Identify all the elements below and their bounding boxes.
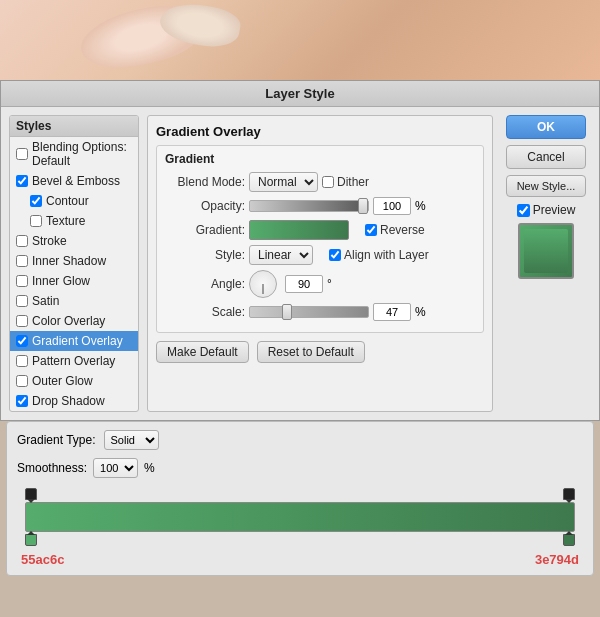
gradient-stop-handle-left-bottom[interactable] [25,534,37,546]
checkbox-texture[interactable] [30,215,42,227]
opacity-label: Opacity: [165,199,245,213]
opacity-row: Opacity: 100 % [165,197,475,215]
make-default-button[interactable]: Make Default [156,341,249,363]
checkbox-bevel[interactable] [16,175,28,187]
checkbox-blending[interactable] [16,148,28,160]
sidebar-item-contour[interactable]: Contour [10,191,138,211]
gradient-editor: Gradient Type: Solid Noise Smoothness: 1… [6,421,594,576]
style-row: Style: Linear Align with Layer [165,245,475,265]
align-layer-checkbox-label[interactable]: Align with Layer [329,248,429,262]
sidebar-item-stroke[interactable]: Stroke [10,231,138,251]
preview-box [518,223,574,279]
gradient-bar[interactable] [25,502,575,532]
sidebar-item-color-overlay[interactable]: Color Overlay [10,311,138,331]
scale-row: Scale: % [165,303,475,321]
sidebar-item-label-bevel: Bevel & Emboss [32,174,120,188]
preview-label-text: Preview [533,203,576,217]
style-select[interactable]: Linear [249,245,313,265]
dither-label: Dither [337,175,369,189]
scale-slider-thumb[interactable] [282,304,292,320]
align-layer-checkbox[interactable] [329,249,341,261]
blend-mode-row: Blend Mode: Normal Dither [165,172,475,192]
checkbox-drop-shadow[interactable] [16,395,28,407]
preview-checkbox[interactable] [517,204,530,217]
angle-label: Angle: [165,277,245,291]
cancel-button[interactable]: Cancel [506,145,586,169]
section-title: Gradient Overlay [156,124,484,139]
gradient-top-stops [25,488,575,500]
styles-list: Blending Options: DefaultBevel & EmbossC… [10,137,138,411]
gradient-type-label: Gradient Type: [17,433,96,447]
checkbox-satin[interactable] [16,295,28,307]
gradient-color-right-label[interactable]: 3e794d [535,552,579,567]
new-style-button[interactable]: New Style... [506,175,586,197]
opacity-input[interactable]: 100 [373,197,411,215]
sidebar-item-pattern-overlay[interactable]: Pattern Overlay [10,351,138,371]
sub-section-title: Gradient [165,152,475,166]
checkbox-pattern-overlay[interactable] [16,355,28,367]
sidebar-item-gradient-overlay[interactable]: Gradient Overlay [10,331,138,351]
sidebar-item-texture[interactable]: Texture [10,211,138,231]
gradient-stop-handle-right-top[interactable] [563,488,575,500]
checkbox-stroke[interactable] [16,235,28,247]
sidebar-item-label-satin: Satin [32,294,59,308]
angle-input[interactable] [285,275,323,293]
reset-to-default-button[interactable]: Reset to Default [257,341,365,363]
cookie-preview-image [0,0,600,80]
reverse-checkbox-label[interactable]: Reverse [365,223,425,237]
checkbox-gradient-overlay[interactable] [16,335,28,347]
sidebar-item-bevel[interactable]: Bevel & Emboss [10,171,138,191]
reverse-label: Reverse [380,223,425,237]
smoothness-unit: % [144,461,155,475]
ok-button[interactable]: OK [506,115,586,139]
dialog-title: Layer Style [1,81,599,107]
smoothness-row: Smoothness: 100 % [17,458,583,478]
right-panel: OK Cancel New Style... Preview [501,115,591,412]
sidebar-item-label-color-overlay: Color Overlay [32,314,105,328]
sidebar-item-label-gradient-overlay: Gradient Overlay [32,334,123,348]
sidebar-item-label-inner-shadow: Inner Shadow [32,254,106,268]
sidebar-item-label-outer-glow: Outer Glow [32,374,93,388]
sidebar-item-inner-glow[interactable]: Inner Glow [10,271,138,291]
checkbox-inner-shadow[interactable] [16,255,28,267]
reverse-checkbox[interactable] [365,224,377,236]
align-layer-label: Align with Layer [344,248,429,262]
blend-mode-select[interactable]: Normal [249,172,318,192]
sidebar-item-inner-shadow[interactable]: Inner Shadow [10,251,138,271]
sidebar-item-drop-shadow[interactable]: Drop Shadow [10,391,138,411]
dither-checkbox-label[interactable]: Dither [322,175,369,189]
scale-slider[interactable] [249,306,369,318]
gradient-row: Gradient: Reverse [165,220,475,240]
sidebar-item-satin[interactable]: Satin [10,291,138,311]
opacity-slider-thumb[interactable] [358,198,368,214]
checkbox-inner-glow[interactable] [16,275,28,287]
center-panel: Gradient Overlay Gradient Blend Mode: No… [147,115,493,412]
sidebar-item-label-contour: Contour [46,194,89,208]
sidebar-item-label-pattern-overlay: Pattern Overlay [32,354,115,368]
preview-inner [524,229,568,273]
opacity-slider[interactable] [249,200,369,212]
sidebar-item-blending[interactable]: Blending Options: Default [10,137,138,171]
checkbox-contour[interactable] [30,195,42,207]
sidebar-item-label-stroke: Stroke [32,234,67,248]
gradient-stop-handle-left-top[interactable] [25,488,37,500]
gradient-swatch[interactable] [249,220,349,240]
gradient-stop-handle-right-bottom[interactable] [563,534,575,546]
sidebar-item-outer-glow[interactable]: Outer Glow [10,371,138,391]
angle-unit: ° [327,277,332,291]
scale-label: Scale: [165,305,245,319]
scale-input[interactable] [373,303,411,321]
sidebar-item-label-texture: Texture [46,214,85,228]
gradient-type-select[interactable]: Solid Noise [104,430,159,450]
checkbox-outer-glow[interactable] [16,375,28,387]
gradient-color-left-label[interactable]: 55ac6c [21,552,64,567]
angle-dial[interactable] [249,270,277,298]
smoothness-select[interactable]: 100 [93,458,138,478]
preview-label-row: Preview [517,203,576,217]
sidebar-item-label-inner-glow: Inner Glow [32,274,90,288]
dither-checkbox[interactable] [322,176,334,188]
checkbox-color-overlay[interactable] [16,315,28,327]
gradient-editor-header: Gradient Type: Solid Noise [17,430,583,450]
styles-panel: Styles Blending Options: DefaultBevel & … [9,115,139,412]
styles-panel-header: Styles [10,116,138,137]
